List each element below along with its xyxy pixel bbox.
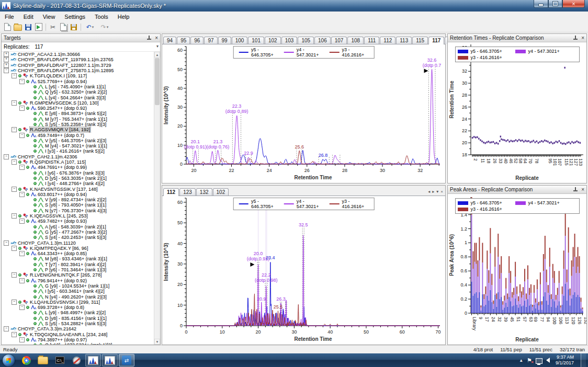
- taskbar-cmd-icon[interactable]: C:\_: [52, 354, 67, 366]
- replicate-tab-96[interactable]: 96: [190, 37, 203, 44]
- tree-item[interactable]: M [y4] - 547.3021+ (rank 1)[1]: [2, 143, 154, 148]
- peak-areas-chart[interactable]: y5 - 646.3705+y4 - 547.3021+y3 - 416.261…: [448, 194, 586, 345]
- tree-expander-icon[interactable]: −: [19, 133, 25, 138]
- tree-item[interactable]: L [y9] - 948.4997+ (rank 2)[2]: [2, 310, 154, 315]
- network-icon[interactable]: [536, 358, 542, 364]
- redo-button[interactable]: ↷▾: [97, 22, 112, 32]
- tree-expander-icon[interactable]: −: [19, 278, 25, 283]
- taskbar-skyline-icon[interactable]: [85, 354, 101, 366]
- tree-item-label[interactable]: P [y6] - 701.3464+ (rank 1)[3]: [45, 267, 106, 272]
- tree-expander-icon[interactable]: −: [12, 159, 17, 165]
- tree-item[interactable]: T [y7] - 802.3941+ (rank 4)[2]: [2, 262, 154, 267]
- tree-item[interactable]: −R.LVENIGNHLINTQK.F [265, 278]: [2, 272, 154, 278]
- tree-expander-icon[interactable]: +: [4, 57, 9, 62]
- undo-button[interactable]: ↶▾: [83, 22, 97, 32]
- tree-expander-icon[interactable]: −: [12, 300, 17, 305]
- close-tab-icon[interactable]: ×: [440, 189, 443, 194]
- tree-item-label[interactable]: D [y8] - 835.4156+ (rank 1)[1]: [45, 316, 107, 321]
- replicates-selector[interactable]: Replicates: 117 ▾: [2, 42, 160, 52]
- tree-item[interactable]: −K.TDQGIQNLSAAEANR.L [234, 248]: [2, 331, 154, 337]
- taskbar-screenshot-icon[interactable]: [69, 354, 84, 366]
- tree-item-label[interactable]: K.IQEAGSSVK.L [245, 253]: [30, 213, 88, 219]
- taskbar-clock[interactable]: 9:37 AM 9/1/2017: [556, 354, 574, 366]
- tree-expander-icon[interactable]: −: [4, 240, 9, 246]
- tree-item[interactable]: −590.2547++ (dotp 0.92): [2, 106, 154, 111]
- tree-item[interactable]: A [y6] - 548.3039+ (rank 2)[1]: [2, 224, 154, 230]
- replicate-tab-101[interactable]: 101: [248, 37, 264, 44]
- tree-item-label[interactable]: R.GMPEMVSGEDK.S [120, 130]: [30, 100, 99, 106]
- start-button[interactable]: [3, 354, 15, 366]
- tree-item[interactable]: I [y4] - 448.2766+ (rank 4)[2]: [2, 181, 154, 186]
- replicate-tab-103[interactable]: 103: [281, 37, 298, 44]
- tree-item[interactable]: −603.8017++ (dotp 0.94): [2, 192, 154, 197]
- open-file-button[interactable]: [13, 22, 23, 32]
- tree-item-label[interactable]: G [y5] - 477.2667+ (rank 3)[2]: [45, 230, 107, 235]
- replicate-tab-99[interactable]: 99: [218, 37, 231, 44]
- tree-expander-icon[interactable]: +: [4, 52, 9, 57]
- targets-scrollbar[interactable]: ▲ ▼: [154, 52, 160, 345]
- scroll-down-icon[interactable]: ▼: [154, 339, 160, 345]
- tree-item[interactable]: +CHOYP_BRAFLDRAFT_122807.1.1|m.3729: [2, 63, 154, 68]
- tree-expander-icon[interactable]: −: [4, 154, 9, 159]
- tree-expander-icon[interactable]: −: [19, 165, 25, 170]
- tree-item[interactable]: D [y8] - 835.4156+ (rank 1)[1]: [2, 316, 154, 321]
- tree-item[interactable]: −CHOYP_CATA.3.3|m.21642: [2, 326, 154, 331]
- new-document-button[interactable]: [2, 22, 13, 32]
- scroll-up-icon[interactable]: ▲: [154, 52, 160, 58]
- menu-view[interactable]: View: [38, 13, 60, 21]
- tree-item[interactable]: N [y7] - 706.3730+ (rank 4)[3]: [2, 208, 154, 213]
- volume-icon[interactable]: [546, 358, 550, 363]
- tree-item-label[interactable]: 459.7482++ (dotp 0.93): [38, 219, 87, 224]
- replicate-tab-95[interactable]: 95: [177, 37, 190, 44]
- retention-times-chart[interactable]: y5 - 646.3705+y4 - 547.3021+y3 - 416.261…: [448, 42, 586, 183]
- tree-item[interactable]: P [y6] - 701.3464+ (rank 1)[3]: [2, 267, 154, 272]
- tree-expander-icon[interactable]: −: [12, 272, 17, 278]
- tree-item-label[interactable]: K.IQIMTPEQAEK.Y [86, 96]: [30, 246, 88, 251]
- replicate-tab-132[interactable]: 132: [196, 188, 212, 196]
- pin-icon[interactable]: [573, 187, 578, 192]
- tree-expander-icon[interactable]: −: [12, 73, 17, 78]
- replicate-tab-117[interactable]: 117: [428, 37, 444, 44]
- tree-item-label[interactable]: S [y8] - 793.4050+ (rank 1)[1]: [45, 202, 106, 208]
- tree-item-label[interactable]: D [y5] - 563.3035+ (rank 2)[1]: [45, 176, 107, 181]
- tree-item-label[interactable]: I [y4] - 448.2766+ (rank 4)[2]: [45, 181, 105, 186]
- tree-item-label[interactable]: 459.7449++ (dotp 0.7): [38, 133, 84, 138]
- replicate-tab-123[interactable]: 123: [179, 188, 196, 196]
- tree-item-label[interactable]: 794.3897++ (dotp 0.97): [38, 337, 87, 342]
- publish-button[interactable]: [33, 22, 44, 32]
- tree-item[interactable]: M [y7] - 765.3447+ (rank 1)[1]: [2, 117, 154, 122]
- restore-button[interactable]: [548, 0, 562, 8]
- taskbar-skyline-daily-icon[interactable]: [102, 354, 118, 366]
- tree-item-label[interactable]: 525.7769++ (dotp 0.94): [38, 79, 87, 84]
- taskbar-teamviewer-icon[interactable]: ⇄: [119, 354, 134, 366]
- replicate-tab-100[interactable]: 100: [232, 37, 248, 44]
- tree-item[interactable]: −CHOYP_CAH2.1.1|m.42306: [2, 154, 154, 159]
- menu-settings[interactable]: Settings: [60, 13, 90, 21]
- pin-icon[interactable]: [147, 36, 152, 40]
- replicate-tab-115[interactable]: 115: [412, 37, 428, 44]
- tree-item[interactable]: L [y6] - 745.4090+ (rank 1)[1]: [2, 84, 154, 89]
- tree-item-label[interactable]: CHOYP_BRAFLDRAFT_119799.1.1|m.23765: [18, 57, 114, 62]
- tree-item[interactable]: −644.3343++ (dotp 0.85): [2, 251, 154, 256]
- tree-item-label[interactable]: L [y9] - 948.4997+ (rank 2)[2]: [45, 310, 106, 315]
- tree-item-label[interactable]: 699.3728++ (dotp 0.8): [38, 305, 84, 310]
- tree-item[interactable]: N [y4] - 490.2620+ (rank 2)[3]: [2, 294, 154, 299]
- close-icon[interactable]: ×: [581, 187, 584, 192]
- tree-item-label[interactable]: 494.7691++ (dotp 0.99): [38, 165, 87, 170]
- tree-item[interactable]: M [y8] - 933.4346+ (rank 3)[1]: [2, 256, 154, 261]
- replicate-tab-112[interactable]: 112: [163, 188, 179, 196]
- tab-menu-icon[interactable]: ▾: [436, 189, 438, 194]
- replicate-tab-108[interactable]: 108: [347, 37, 364, 44]
- tree-item-label[interactable]: CHOYP_BRAFLDRAFT_275870.1.1|m.12895: [18, 68, 114, 73]
- tree-item[interactable]: E [y8] - 894.3873+ (rank 5)[2]: [2, 111, 154, 116]
- tree-item-label[interactable]: K.NAEVSNTGSSIK.V [137, 148]: [30, 187, 98, 192]
- tree-item[interactable]: S [y5] - 535.2358+ (rank 3)[3]: [2, 122, 154, 127]
- replicate-tab-97[interactable]: 97: [204, 37, 217, 44]
- tree-item[interactable]: L [y4] - 504.2664+ (rank 3)[3]: [2, 95, 154, 100]
- tree-item-label[interactable]: Q [y5] - 632.3250+ (rank 2)[2]: [45, 89, 107, 95]
- tree-item[interactable]: D [y5] - 563.3035+ (rank 2)[1]: [2, 176, 154, 181]
- tree-item-label[interactable]: N [y7] - 706.3730+ (rank 4)[3]: [45, 208, 107, 213]
- tree-item-label[interactable]: K.TDQGIQNLSAAEANR.L [234, 248]: [30, 332, 107, 337]
- tree-item[interactable]: −459.7482++ (dotp 0.93): [2, 219, 154, 224]
- tree-expander-icon[interactable]: −: [19, 251, 25, 256]
